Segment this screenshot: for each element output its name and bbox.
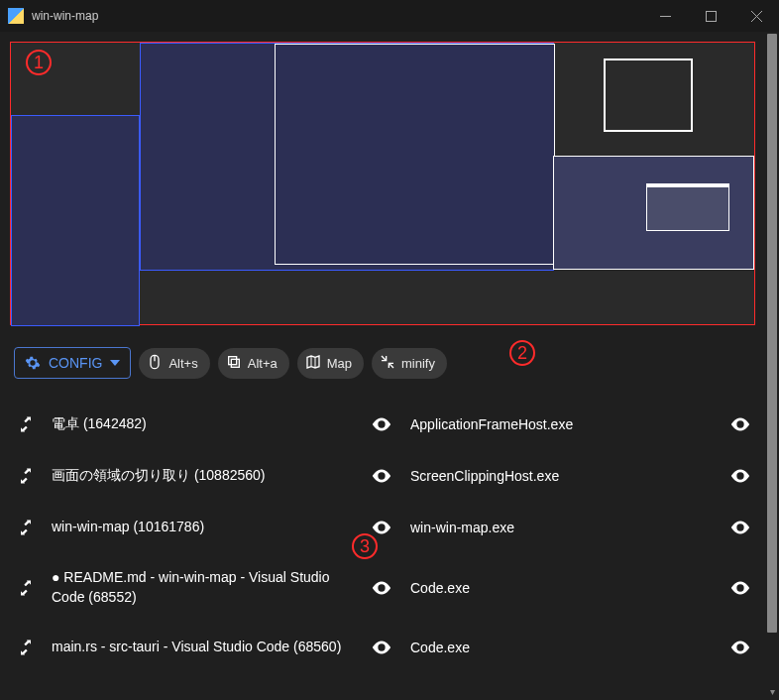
visibility-toggle-icon[interactable] bbox=[725, 517, 755, 538]
annotation-badge-3: 3 bbox=[352, 533, 378, 559]
svg-point-13 bbox=[738, 474, 742, 478]
visibility-toggle-icon[interactable] bbox=[725, 577, 755, 599]
window-rect[interactable] bbox=[11, 115, 140, 326]
svg-rect-6 bbox=[231, 359, 239, 367]
window-title-label: ● README.md - win-win-map - Visual Studi… bbox=[52, 568, 353, 607]
titlebar: win-win-map bbox=[0, 0, 779, 32]
chevron-down-icon bbox=[110, 360, 120, 366]
move-handle-icon[interactable] bbox=[14, 518, 38, 537]
pill-label: minify bbox=[401, 356, 435, 371]
maximize-button[interactable] bbox=[688, 0, 733, 32]
svg-point-16 bbox=[380, 586, 384, 590]
move-handle-icon[interactable] bbox=[14, 638, 38, 657]
alt-a-button[interactable]: Alt+a bbox=[218, 348, 289, 379]
svg-point-15 bbox=[738, 525, 742, 529]
window-title-label: win-win-map (10161786) bbox=[52, 518, 353, 537]
exe-label: Code.exe bbox=[410, 580, 712, 596]
annotation-badge-1: 1 bbox=[26, 50, 52, 75]
window-map-canvas[interactable] bbox=[10, 42, 755, 325]
svg-point-17 bbox=[738, 586, 742, 590]
pill-label: Alt+s bbox=[168, 356, 197, 371]
map-icon bbox=[305, 354, 321, 373]
alt-s-button[interactable]: Alt+s bbox=[139, 348, 209, 379]
scrollbar[interactable]: ▾ bbox=[765, 32, 779, 700]
move-handle-icon[interactable] bbox=[14, 578, 38, 598]
annotation-badge-2: 2 bbox=[509, 340, 535, 366]
scrollbar-down-icon[interactable]: ▾ bbox=[765, 684, 779, 698]
exe-label: Code.exe bbox=[410, 640, 712, 655]
visibility-toggle-icon[interactable] bbox=[367, 465, 396, 487]
window-row: ● README.md - win-win-map - Visual Studi… bbox=[14, 553, 755, 622]
move-handle-icon[interactable] bbox=[14, 414, 38, 434]
visibility-toggle-icon[interactable] bbox=[367, 637, 396, 658]
toolbar: CONFIG Alt+sAlt+aMapminify 2 bbox=[0, 333, 765, 391]
window-title: win-win-map bbox=[32, 9, 98, 23]
map-button[interactable]: Map bbox=[297, 348, 364, 379]
svg-point-12 bbox=[380, 474, 384, 478]
svg-point-11 bbox=[738, 422, 742, 426]
exe-label: win-win-map.exe bbox=[410, 520, 712, 535]
visibility-toggle-icon[interactable] bbox=[725, 465, 755, 487]
gear-icon bbox=[25, 355, 41, 371]
visibility-toggle-icon[interactable] bbox=[725, 637, 755, 658]
exe-label: ScreenClippingHost.exe bbox=[410, 468, 712, 484]
pill-label: Map bbox=[327, 356, 352, 371]
svg-rect-7 bbox=[228, 356, 236, 364]
visibility-toggle-icon[interactable] bbox=[725, 413, 755, 435]
window-rect[interactable] bbox=[604, 58, 693, 132]
app-icon bbox=[8, 8, 24, 24]
move-handle-icon[interactable] bbox=[14, 466, 38, 486]
window-row: main.rs - src-tauri - Visual Studio Code… bbox=[14, 622, 755, 673]
minimize-button[interactable] bbox=[642, 0, 688, 32]
window-title-label: main.rs - src-tauri - Visual Studio Code… bbox=[52, 638, 353, 657]
window-row: 画面の領域の切り取り (10882560)ScreenClippingHost.… bbox=[14, 450, 755, 502]
window-controls bbox=[642, 0, 779, 32]
window-row: 電卓 (1642482)ApplicationFrameHost.exe bbox=[14, 399, 755, 450]
config-label: CONFIG bbox=[49, 355, 102, 371]
minify-button[interactable]: minify bbox=[372, 348, 447, 379]
svg-point-10 bbox=[380, 422, 384, 426]
compress-icon bbox=[380, 354, 395, 373]
pill-label: Alt+a bbox=[248, 356, 278, 371]
svg-point-18 bbox=[380, 645, 384, 649]
svg-point-19 bbox=[738, 645, 742, 649]
window-rect[interactable] bbox=[275, 44, 555, 265]
window-list: 電卓 (1642482)ApplicationFrameHost.exe画面の領… bbox=[0, 391, 765, 673]
window-title-label: 電卓 (1642482) bbox=[52, 414, 353, 434]
config-button[interactable]: CONFIG bbox=[14, 347, 131, 379]
mouse-icon bbox=[147, 354, 163, 373]
exe-label: ApplicationFrameHost.exe bbox=[410, 416, 712, 432]
copy-icon bbox=[226, 354, 242, 373]
window-rect[interactable] bbox=[646, 183, 729, 231]
window-title-label: 画面の領域の切り取り (10882560) bbox=[52, 466, 353, 486]
visibility-toggle-icon[interactable] bbox=[367, 577, 396, 599]
window-row: win-win-map (10161786)win-win-map.exe bbox=[14, 502, 755, 553]
visibility-toggle-icon[interactable] bbox=[367, 413, 396, 435]
scrollbar-thumb[interactable] bbox=[767, 34, 777, 633]
svg-point-14 bbox=[380, 525, 384, 529]
svg-rect-1 bbox=[706, 11, 716, 21]
close-button[interactable] bbox=[733, 0, 779, 32]
